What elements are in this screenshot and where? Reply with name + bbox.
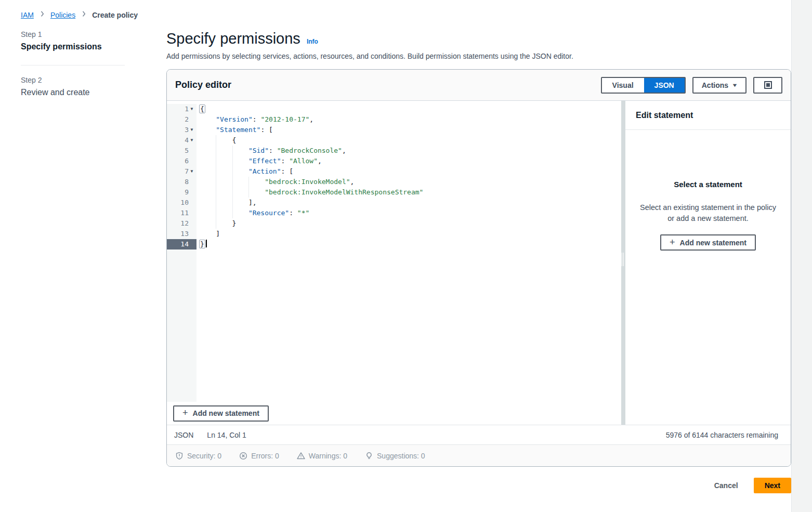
line-number: 8 (167, 177, 197, 187)
code-text[interactable]: "Version": "2012-10-17", (197, 114, 621, 125)
page-right-gutter (791, 0, 812, 512)
fold-toggle-icon[interactable]: ▼ (191, 125, 193, 135)
add-new-statement-button-side[interactable]: + Add new statement (660, 234, 756, 251)
issue-counter-label: Warnings: 0 (309, 452, 347, 460)
plus-icon: + (182, 408, 188, 417)
line-number: 6 (167, 156, 197, 166)
wizard-steps-nav: Step 1Specify permissionsStep 2Review an… (21, 30, 125, 97)
code-text[interactable]: "bedrock:InvokeModelWithResponseStream" (197, 187, 621, 198)
cancel-button[interactable]: Cancel (714, 481, 738, 490)
wizard-step-2: Step 2Review and create (21, 76, 125, 97)
code-line-14[interactable]: 14} (167, 239, 621, 250)
expand-icon (764, 81, 772, 89)
chevron-down-icon: ▼ (731, 83, 738, 88)
text-cursor (206, 240, 207, 247)
issue-counter-label: Security: 0 (187, 452, 221, 460)
code-text[interactable]: ], (197, 198, 621, 208)
add-new-statement-button[interactable]: + Add new statement (173, 405, 269, 422)
issue-counter-security[interactable]: Security: 0 (175, 452, 221, 460)
code-line-2[interactable]: 2"Version": "2012-10-17", (167, 114, 621, 125)
code-text[interactable]: } (197, 218, 621, 229)
plus-icon: + (670, 238, 675, 247)
chevron-right-icon (39, 9, 45, 20)
select-statement-description: Select an existing statement in the poli… (637, 202, 779, 224)
code-text[interactable]: { (197, 135, 621, 146)
cursor-position-label: Ln 14, Col 1 (207, 431, 246, 439)
code-line-3[interactable]: 3▼"Statement": [ (167, 125, 621, 135)
visual-tab[interactable]: Visual (602, 78, 644, 93)
step-number-label: Step 2 (21, 76, 125, 84)
splitter-drag-handle[interactable] (622, 253, 625, 266)
shield-icon (175, 452, 184, 460)
code-text[interactable]: ] (197, 229, 621, 239)
step-number-label: Step 1 (21, 30, 125, 38)
line-number: 7▼ (167, 166, 197, 177)
code-text[interactable]: "Action": [ (197, 166, 621, 177)
step-title-link[interactable]: Specify permissions (21, 42, 125, 51)
main-content: Specify permissions Info Add permissions… (166, 30, 791, 493)
steps-divider (21, 65, 125, 65)
issue-counter-label: Suggestions: 0 (377, 452, 425, 460)
line-number: 1▼ (167, 104, 197, 114)
editor-status-bar: JSON Ln 14, Col 1 5976 of 6144 character… (167, 425, 791, 444)
next-button[interactable]: Next (754, 478, 791, 493)
code-text[interactable]: { (197, 104, 621, 114)
code-text[interactable]: "Effect": "Allow", (197, 156, 621, 166)
code-line-10[interactable]: 10], (167, 198, 621, 208)
code-text[interactable]: } (197, 239, 621, 250)
code-line-7[interactable]: 7▼"Action": [ (167, 166, 621, 177)
json-code-editor[interactable]: 1▼{2"Version": "2012-10-17",3▼"Statement… (167, 101, 621, 402)
code-line-1[interactable]: 1▼{ (167, 104, 621, 114)
json-tab[interactable]: JSON (644, 78, 685, 93)
wizard-footer: Cancel Next (166, 478, 791, 493)
step-title-link[interactable]: Review and create (21, 88, 125, 97)
breadcrumb-item-create-policy: Create policy (92, 11, 138, 19)
issue-counter-errors[interactable]: Errors: 0 (239, 452, 279, 460)
fullscreen-button[interactable] (753, 77, 782, 94)
page-title: Specify permissions (166, 30, 300, 47)
issue-counter-suggestions[interactable]: Suggestions: 0 (365, 452, 425, 460)
editor-language-label: JSON (174, 431, 193, 439)
page-description: Add permissions by selecting services, a… (166, 52, 791, 60)
fold-toggle-icon[interactable]: ▼ (191, 135, 193, 146)
code-text[interactable]: "bedrock:InvokeModel", (197, 177, 621, 187)
issue-counter-label: Errors: 0 (251, 452, 279, 460)
breadcrumb-item-iam[interactable]: IAM (21, 11, 34, 19)
code-line-12[interactable]: 12} (167, 218, 621, 229)
error-circle-icon (239, 452, 247, 460)
line-number: 10 (167, 198, 197, 208)
breadcrumb-item-policies[interactable]: Policies (50, 11, 75, 19)
issue-counter-warnings[interactable]: Warnings: 0 (297, 452, 347, 460)
code-text[interactable]: "Sid": "BedrockConsole", (197, 146, 621, 156)
actions-button[interactable]: Actions ▼ (692, 77, 746, 94)
code-line-13[interactable]: 13] (167, 229, 621, 239)
editor-issues-bar: Security: 0Errors: 0Warnings: 0Suggestio… (167, 444, 791, 466)
edit-statement-title: Edit statement (636, 111, 693, 120)
fold-toggle-icon[interactable]: ▼ (191, 166, 193, 177)
line-number: 11 (167, 208, 197, 218)
code-line-11[interactable]: 11"Resource": "*" (167, 208, 621, 218)
code-line-8[interactable]: 8"bedrock:InvokeModel", (167, 177, 621, 187)
panel-resize-splitter[interactable] (621, 101, 625, 425)
line-number: 2 (167, 114, 197, 125)
info-link[interactable]: Info (307, 38, 318, 45)
editor-mode-toggle: Visual JSON (601, 77, 686, 94)
policy-editor-header: Policy editor Visual JSON Actions ▼ (167, 70, 791, 101)
line-number: 14 (167, 239, 197, 250)
json-editor-pane: 1▼{2"Version": "2012-10-17",3▼"Statement… (167, 101, 621, 425)
code-line-4[interactable]: 4▼{ (167, 135, 621, 146)
code-line-9[interactable]: 9"bedrock:InvokeModelWithResponseStream" (167, 187, 621, 198)
line-number: 13 (167, 229, 197, 239)
line-number: 5 (167, 146, 197, 156)
code-text[interactable]: "Resource": "*" (197, 208, 621, 218)
code-text[interactable]: "Statement": [ (197, 125, 621, 135)
warning-triangle-icon (297, 452, 305, 460)
code-line-6[interactable]: 6"Effect": "Allow", (167, 156, 621, 166)
policy-editor-title: Policy editor (175, 80, 231, 90)
line-number: 9 (167, 187, 197, 198)
lightbulb-icon (365, 452, 373, 460)
editor-empty-area[interactable] (167, 250, 621, 402)
characters-remaining-label: 5976 of 6144 characters remaining (666, 431, 778, 439)
fold-toggle-icon[interactable]: ▼ (191, 104, 193, 114)
code-line-5[interactable]: 5"Sid": "BedrockConsole", (167, 146, 621, 156)
